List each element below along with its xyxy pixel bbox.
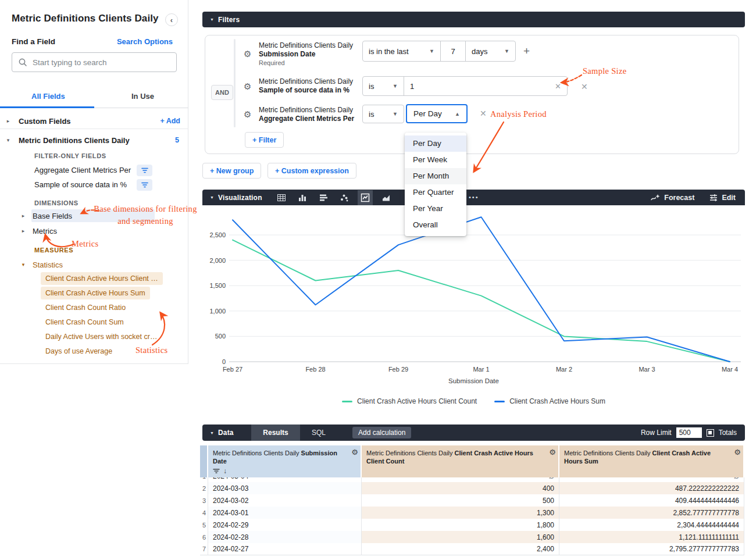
row-number[interactable]: 4 [200, 507, 208, 519]
custom-fields-row[interactable]: ▸ Custom Fields + Add [0, 113, 188, 129]
operator-select[interactable]: is in the last▼ [363, 41, 440, 61]
sort-indicator[interactable]: ↓ [213, 467, 348, 475]
visualization-section-bar[interactable]: ▼ Visualization ••• Forecast Edit [202, 190, 745, 205]
area-chart-icon[interactable] [381, 193, 391, 202]
view-row[interactable]: ▾ Metric Definitions Clients Daily 5 [0, 133, 188, 148]
tab-sql[interactable]: SQL [300, 425, 337, 441]
cell-client-count[interactable]: 400 [362, 482, 559, 494]
cell-submission-date[interactable]: 2024-02-28 [208, 531, 362, 543]
clear-value-icon[interactable]: ✕ [555, 82, 561, 91]
field-search-box[interactable] [12, 52, 177, 72]
field-item-client-crash-count-ratio[interactable]: Client Crash Count Ratio [41, 301, 130, 314]
chart-plot-area[interactable]: 05001,0001,5002,0002,500Feb 27Feb 28Feb … [202, 205, 745, 419]
collapse-sidebar-button[interactable]: ‹ [165, 13, 178, 26]
row-number[interactable]: 5 [200, 519, 208, 531]
cell-client-count[interactable]: 2,400 [362, 543, 559, 555]
filter-by-field-button[interactable] [137, 179, 152, 191]
period-select-open[interactable]: Per Day▲ [406, 104, 468, 123]
cell-hours-sum[interactable]: 2,852.777777777778 [559, 507, 744, 519]
filter-by-field-button[interactable] [137, 165, 152, 176]
totals-checkbox[interactable] [707, 429, 714, 437]
menu-option-per-quarter[interactable]: Per Quarter [405, 184, 466, 201]
data-section-bar[interactable]: ▼ Data Results SQL Add calculation Row L… [202, 425, 745, 441]
add-custom-field-button[interactable]: + Add [160, 117, 180, 125]
value-input[interactable]: 7 [440, 41, 465, 61]
edit-viz-button[interactable]: Edit [709, 194, 736, 202]
legend-item-client-crash-active-hours-sum[interactable]: Client Crash Active Hours Sum [494, 397, 605, 405]
gear-icon[interactable]: ⚙ [549, 448, 556, 456]
field-item-days-of-use-average[interactable]: Days of use Average [41, 345, 117, 358]
menu-option-per-month[interactable]: Per Month [405, 168, 466, 184]
collapse-arrow-icon[interactable]: ▾ [5, 137, 12, 143]
column-header-submission-date[interactable]: Metric Definitions Clients DailySubmissi… [208, 445, 362, 477]
remove-filter-icon[interactable]: ✕ [581, 82, 588, 91]
column-header-client-count[interactable]: Metric Definitions Clients DailyClient C… [362, 445, 559, 477]
line-chart-icon-selected[interactable] [358, 190, 373, 205]
unit-select[interactable]: days▼ [465, 41, 515, 61]
tab-results[interactable]: Results [251, 425, 300, 441]
value-input[interactable]: 1✕ [404, 77, 567, 95]
cell-client-count[interactable]: 500 [362, 494, 559, 507]
menu-option-per-week[interactable]: Per Week [405, 152, 466, 168]
and-operator-pill[interactable]: AND [211, 85, 233, 100]
gear-icon[interactable]: ⚙ [244, 81, 251, 92]
expand-arrow-icon[interactable]: ▸ [20, 228, 27, 234]
cell-client-count[interactable]: 1,300 [362, 507, 559, 519]
field-item-daily-active-users-with-socket-cr[interactable]: Daily Active Users with socket cr… [41, 330, 162, 343]
legend-item-client-crash-active-hours-client-count[interactable]: Client Crash Active Hours Client Count [342, 397, 477, 405]
field-row-sample-of-source-data[interactable]: Sample of source data in % [0, 177, 188, 192]
field-item-client-crash-active-hours-sum[interactable]: Client Crash Active Hours Sum [41, 287, 150, 299]
new-group-button[interactable]: + New group [202, 163, 261, 179]
cell-submission-date[interactable]: 2024-02-29 [208, 519, 362, 531]
cell-client-count[interactable]: 1,600 [362, 531, 559, 543]
field-item-client-crash-active-hours-client[interactable]: Client Crash Active Hours Client … [41, 272, 163, 285]
search-options-link[interactable]: Search Options [117, 37, 173, 46]
collapse-arrow-icon[interactable]: ▾ [20, 262, 27, 267]
row-number[interactable]: 6 [200, 531, 208, 543]
group-statistics[interactable]: ▾ Statistics [0, 258, 188, 271]
row-limit-input[interactable] [676, 427, 702, 438]
cell-hours-sum[interactable]: 2,795.2777777777783 [559, 543, 744, 555]
table-chart-icon[interactable] [277, 193, 286, 202]
expand-arrow-icon[interactable]: ▸ [5, 118, 12, 124]
remove-filter-icon[interactable]: ✕ [480, 109, 487, 118]
menu-option-overall[interactable]: Overall [405, 217, 466, 233]
operator-select[interactable]: is▼ [362, 105, 404, 123]
column-chart-icon[interactable] [298, 193, 307, 202]
search-input[interactable] [33, 58, 166, 67]
more-chart-types-icon[interactable]: ••• [469, 194, 479, 201]
cell-submission-date[interactable]: 2024-03-01 [208, 507, 362, 519]
expand-arrow-icon[interactable]: ▸ [20, 213, 27, 219]
tab-all-fields[interactable]: All Fields [31, 92, 65, 101]
menu-option-per-year[interactable]: Per Year [405, 201, 466, 217]
cell-hours-sum[interactable]: 1,121.111111111111 [559, 531, 744, 543]
forecast-button[interactable]: Forecast [651, 194, 694, 202]
row-number[interactable]: 7 [200, 543, 208, 555]
cell-submission-date[interactable]: 2024-03-02 [208, 494, 362, 507]
cell-hours-sum[interactable]: 2,304.44444444444 [559, 519, 744, 531]
cell-hours-sum[interactable]: 487.2222222222222 [559, 482, 744, 494]
custom-expression-button[interactable]: + Custom expression [268, 163, 356, 179]
gear-icon[interactable]: ⚙ [244, 49, 251, 59]
row-number[interactable]: 2 [200, 482, 208, 494]
add-filter-button[interactable]: + Filter [245, 132, 284, 148]
add-calculation-button[interactable]: Add calculation [352, 427, 411, 438]
gear-icon[interactable]: ⚙ [244, 109, 251, 120]
row-number[interactable]: 3 [200, 494, 208, 507]
filters-section-bar[interactable]: ▼ Filters [202, 12, 745, 27]
scatter-chart-icon[interactable] [340, 193, 349, 202]
gear-icon[interactable]: ⚙ [734, 448, 741, 456]
tab-in-use[interactable]: In Use [131, 92, 154, 101]
cell-hours-sum[interactable]: 409.4444444444446 [559, 494, 744, 507]
cell-submission-date[interactable]: 2024-03-03 [208, 482, 362, 494]
field-row-aggregate-client-metrics-per[interactable]: Aggregate Client Metrics Per [0, 163, 188, 177]
gear-icon[interactable]: ⚙ [351, 448, 358, 456]
add-filter-value-button[interactable]: + [523, 45, 530, 58]
column-header-hours-sum[interactable]: Metric Definitions Clients DailyClient C… [559, 445, 744, 477]
cell-client-count[interactable]: 1,800 [362, 519, 559, 531]
operator-select[interactable]: is▼ [363, 77, 404, 95]
menu-option-per-day[interactable]: Per Day [405, 135, 466, 152]
cell-submission-date[interactable]: 2024-02-27 [208, 543, 362, 555]
field-item-client-crash-count-sum[interactable]: Client Crash Count Sum [41, 316, 129, 329]
bar-chart-icon[interactable] [319, 193, 328, 202]
